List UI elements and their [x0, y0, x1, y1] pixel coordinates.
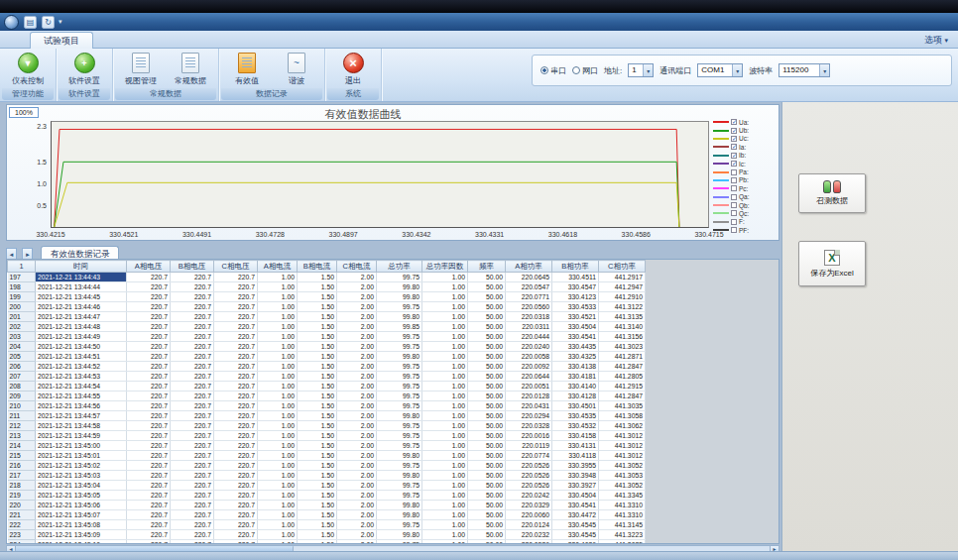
- table-cell[interactable]: 330.4535: [552, 411, 599, 421]
- table-cell[interactable]: 330.4521: [552, 312, 599, 322]
- baud-select[interactable]: 115200 ▾: [778, 63, 830, 77]
- legend-checkbox[interactable]: ✓: [731, 136, 737, 142]
- table-cell[interactable]: 330.4532: [552, 421, 599, 431]
- table-cell[interactable]: 220.7: [214, 282, 258, 292]
- table-cell[interactable]: 1.00: [422, 352, 468, 362]
- table-cell[interactable]: 220.7: [214, 352, 258, 362]
- table-cell[interactable]: 1.00: [258, 322, 298, 332]
- table-cell[interactable]: 218: [8, 481, 36, 491]
- table-cell[interactable]: 50.00: [468, 421, 506, 431]
- table-cell[interactable]: 1.00: [422, 362, 468, 372]
- table-cell[interactable]: 330.4547: [552, 282, 599, 292]
- table-cell[interactable]: 220.0232: [506, 530, 552, 540]
- table-cell[interactable]: 220.7: [127, 481, 171, 491]
- table-cell[interactable]: 441.3310: [599, 510, 646, 520]
- table-cell[interactable]: 220.7: [171, 491, 214, 501]
- table-cell[interactable]: 1.50: [298, 520, 337, 530]
- table-cell[interactable]: 220.7: [127, 421, 171, 431]
- table-cell[interactable]: 330.4541: [552, 332, 599, 342]
- table-cell[interactable]: 220.7: [214, 501, 258, 510]
- table-row[interactable]: 2202021-12-21 13:45:06220.7220.7220.71.0…: [8, 501, 646, 510]
- table-cell[interactable]: 441.3135: [599, 312, 646, 322]
- table-cell[interactable]: 220.7: [214, 451, 258, 461]
- table-cell[interactable]: 220.7: [127, 322, 171, 332]
- table-cell[interactable]: 1.00: [258, 520, 298, 530]
- table-cell[interactable]: 2.00: [337, 510, 377, 520]
- address-select[interactable]: 1 ▾: [628, 63, 654, 77]
- table-cell[interactable]: 441.2910: [599, 292, 646, 302]
- table-cell[interactable]: 2021-12-21 13:44:47: [36, 312, 127, 322]
- table-cell[interactable]: 441.3012: [599, 441, 646, 451]
- table-cell[interactable]: 1.50: [298, 382, 337, 392]
- table-cell[interactable]: 220.7: [214, 372, 258, 382]
- table-cell[interactable]: 330.4118: [552, 451, 599, 461]
- table-cell[interactable]: 2.00: [337, 451, 377, 461]
- table-cell[interactable]: 220.7: [127, 273, 171, 282]
- table-cell[interactable]: 1.50: [298, 352, 337, 362]
- table-cell[interactable]: 1.50: [298, 431, 337, 441]
- table-cell[interactable]: 220.0431: [506, 401, 552, 411]
- table-cell[interactable]: 1.00: [258, 530, 298, 540]
- table-cell[interactable]: 2021-12-21 13:44:56: [36, 401, 127, 411]
- table-row[interactable]: 2142021-12-21 13:45:00220.7220.7220.71.0…: [8, 441, 646, 451]
- table-cell[interactable]: 441.2917: [599, 273, 646, 282]
- table-cell[interactable]: 220.0240: [506, 342, 552, 352]
- table-cell[interactable]: 2021-12-21 13:45:05: [36, 491, 127, 501]
- table-cell[interactable]: 203: [8, 332, 36, 342]
- table-cell[interactable]: 1.00: [258, 491, 298, 501]
- table-cell[interactable]: 2021-12-21 13:44:54: [36, 382, 127, 392]
- table-cell[interactable]: 220.7: [127, 411, 171, 421]
- table-cell[interactable]: 1.00: [422, 273, 468, 282]
- table-row[interactable]: 2062021-12-21 13:44:52220.7220.7220.71.0…: [8, 362, 646, 372]
- table-cell[interactable]: 330.4123: [552, 292, 599, 302]
- table-cell[interactable]: 1.00: [422, 292, 468, 302]
- table-cell[interactable]: 224: [8, 540, 36, 545]
- table-cell[interactable]: 1.00: [258, 282, 298, 292]
- table-cell[interactable]: 1.00: [258, 451, 298, 461]
- table-cell[interactable]: 99.75: [377, 491, 422, 501]
- table-cell[interactable]: 209: [8, 392, 36, 401]
- legend-checkbox[interactable]: [731, 177, 737, 183]
- table-cell[interactable]: 1.50: [298, 481, 337, 491]
- table-cell[interactable]: 330.4435: [552, 342, 599, 352]
- table-cell[interactable]: 1.00: [258, 392, 298, 401]
- table-cell[interactable]: 330.4504: [552, 322, 599, 332]
- table-cell[interactable]: 219: [8, 491, 36, 501]
- table-cell[interactable]: 2.00: [337, 540, 377, 545]
- table-cell[interactable]: 99.75: [377, 520, 422, 530]
- table-cell[interactable]: 222: [8, 520, 36, 530]
- legend-checkbox[interactable]: [731, 194, 737, 200]
- table-cell[interactable]: 50.00: [468, 501, 506, 510]
- table-cell[interactable]: 441.2915: [599, 382, 646, 392]
- table-cell[interactable]: 50.00: [468, 292, 506, 302]
- table-cell[interactable]: 2021-12-21 13:45:10: [36, 540, 127, 545]
- table-cell[interactable]: 1.50: [298, 441, 337, 451]
- table-cell[interactable]: 220.7: [171, 461, 214, 471]
- table-cell[interactable]: 220.7: [127, 282, 171, 292]
- table-cell[interactable]: 330.4541: [552, 501, 599, 510]
- table-cell[interactable]: 220.7: [214, 392, 258, 401]
- table-cell[interactable]: 441.3012: [599, 451, 646, 461]
- table-cell[interactable]: 99.80: [377, 411, 422, 421]
- table-cell[interactable]: 220.7: [127, 312, 171, 322]
- table-cell[interactable]: 220.7: [127, 372, 171, 382]
- table-cell[interactable]: 220.7: [127, 520, 171, 530]
- table-cell[interactable]: 2.00: [337, 382, 377, 392]
- table-cell[interactable]: 1.00: [258, 421, 298, 431]
- table-cell[interactable]: 50.00: [468, 392, 506, 401]
- table-cell[interactable]: 441.3223: [599, 530, 646, 540]
- table-cell[interactable]: 199: [8, 292, 36, 302]
- table-cell[interactable]: 216: [8, 461, 36, 471]
- table-cell[interactable]: 2021-12-21 13:45:07: [36, 510, 127, 520]
- table-cell[interactable]: 220.7: [171, 520, 214, 530]
- table-cell[interactable]: 330.4131: [552, 441, 599, 451]
- table-cell[interactable]: 1.00: [422, 312, 468, 322]
- table-cell[interactable]: 441.3140: [599, 322, 646, 332]
- table-cell[interactable]: 99.80: [377, 451, 422, 461]
- table-cell[interactable]: 220.0242: [506, 491, 552, 501]
- table-cell[interactable]: 220.7: [214, 292, 258, 302]
- table-cell[interactable]: 441.3156: [599, 332, 646, 342]
- table-cell[interactable]: 1.50: [298, 342, 337, 352]
- table-cell[interactable]: 99.75: [377, 372, 422, 382]
- table-cell[interactable]: 206: [8, 362, 36, 372]
